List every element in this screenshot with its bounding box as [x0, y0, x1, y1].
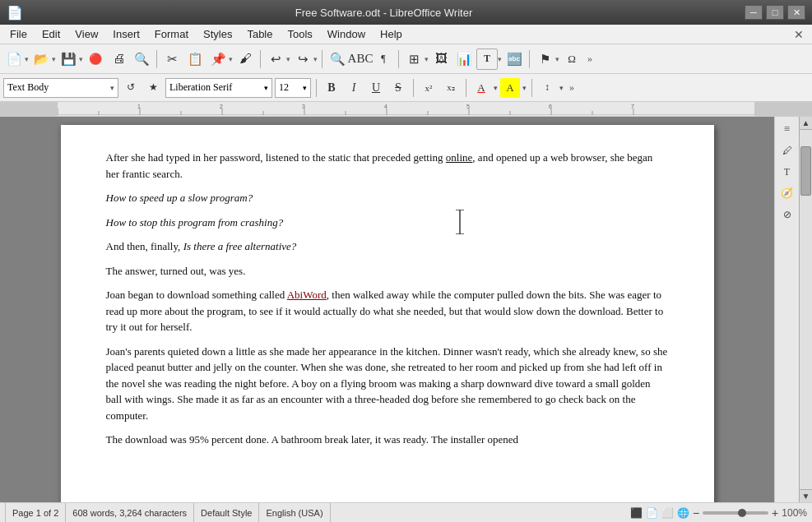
menu-edit[interactable]: Edit: [35, 26, 67, 42]
style-update-button[interactable]: ↺: [121, 78, 141, 98]
italic-phrase: Is there a free alternative?: [183, 240, 297, 252]
export-pdf-button[interactable]: 🔴: [85, 49, 106, 70]
scroll-up-button[interactable]: ▲: [800, 117, 812, 130]
scroll-track[interactable]: [800, 130, 812, 489]
svg-text:4: 4: [384, 104, 387, 109]
paragraph-spacing-button[interactable]: ↕: [537, 78, 557, 98]
scroll-down-button[interactable]: ▼: [800, 489, 812, 502]
paste-button[interactable]: 📌: [207, 49, 229, 70]
undo-dropdown-arrow[interactable]: ▾: [286, 55, 290, 63]
sidebar-styles-icon[interactable]: 🖊: [778, 141, 796, 159]
document-page[interactable]: After she had typed in her password, lis…: [61, 125, 714, 502]
menu-insert[interactable]: Insert: [106, 26, 146, 42]
font-color-dropdown[interactable]: ▾: [494, 84, 498, 92]
zoom-out-button[interactable]: −: [693, 506, 699, 520]
word-count: 608 words, 3,264 characters: [66, 503, 194, 522]
undo-button[interactable]: ↩: [265, 49, 286, 70]
menu-window[interactable]: Window: [321, 26, 372, 42]
minimize-button[interactable]: ─: [745, 5, 763, 20]
menu-styles[interactable]: Styles: [197, 26, 239, 42]
new-document-button[interactable]: 📄: [3, 49, 25, 70]
new-dropdown-arrow[interactable]: ▾: [25, 55, 29, 63]
save-dropdown-arrow[interactable]: ▾: [79, 55, 83, 63]
view-web-icon[interactable]: 🌐: [677, 507, 689, 519]
font-size-select[interactable]: 12 ▾: [275, 78, 311, 98]
style-dropdown-icon[interactable]: ▾: [110, 84, 114, 92]
zoom-level[interactable]: 100%: [782, 507, 807, 519]
special-char-button[interactable]: Ω: [561, 49, 582, 70]
sidebar-properties-icon[interactable]: ≡: [778, 120, 796, 138]
fontwork-button[interactable]: 🔤: [503, 49, 525, 70]
new-style-button[interactable]: ★: [143, 78, 163, 98]
print-button[interactable]: 🖨: [108, 49, 129, 70]
insert-image-button[interactable]: 🖼: [430, 49, 452, 70]
strikethrough-button[interactable]: S: [388, 78, 408, 98]
cut-button[interactable]: ✂: [161, 49, 183, 70]
paragraph-style-select[interactable]: Text Body ▾: [3, 78, 118, 98]
superscript-button[interactable]: x²: [419, 78, 438, 98]
nonprinting-chars-button[interactable]: ¶: [373, 49, 394, 70]
sidebar-functions-icon[interactable]: ⊘: [778, 206, 796, 224]
font-name-select[interactable]: Liberation Serif ▾: [165, 78, 272, 98]
svg-text:3: 3: [302, 104, 305, 109]
vertical-scrollbar[interactable]: ▲ ▼: [799, 117, 812, 502]
redo-button[interactable]: ↪: [292, 49, 313, 70]
standard-selection-icon[interactable]: ⬛: [630, 507, 643, 519]
menu-view[interactable]: View: [68, 26, 104, 42]
text-dropdown-arrow[interactable]: ▾: [498, 55, 502, 63]
separator-f1: [316, 79, 317, 97]
menu-tools[interactable]: Tools: [281, 26, 318, 42]
zoom-thumb[interactable]: [738, 509, 746, 517]
font-dropdown-icon[interactable]: ▾: [264, 84, 268, 92]
document-area[interactable]: After she had typed in her password, lis…: [0, 117, 774, 502]
save-button[interactable]: 💾: [58, 49, 79, 70]
maximize-button[interactable]: □: [766, 5, 784, 20]
spellcheck-button[interactable]: ABC: [350, 49, 371, 70]
find-replace-button[interactable]: 🔍: [327, 49, 348, 70]
window-title: Free Software.odt - LibreOffice Writer: [23, 7, 745, 19]
bold-button[interactable]: B: [322, 78, 341, 98]
open-dropdown-arrow[interactable]: ▾: [52, 55, 56, 63]
menu-file[interactable]: File: [3, 26, 34, 42]
clone-format-button[interactable]: 🖌: [234, 49, 256, 70]
font-color-button[interactable]: A: [471, 78, 491, 98]
view-layout-icon[interactable]: 📄: [646, 507, 658, 519]
scroll-thumb[interactable]: [800, 146, 811, 196]
toolbar1-more-button[interactable]: »: [584, 51, 596, 67]
menu-bar: File Edit View Insert Format Styles Tabl…: [0, 25, 812, 44]
separator-f3: [466, 79, 466, 97]
zoom-slider: − +: [693, 506, 778, 520]
zoom-in-button[interactable]: +: [772, 506, 778, 520]
font-size-dropdown-icon[interactable]: ▾: [303, 84, 307, 92]
italic-button[interactable]: I: [344, 78, 364, 98]
menu-help[interactable]: Help: [374, 26, 409, 42]
highlight-dropdown[interactable]: ▾: [522, 84, 527, 92]
insert-chart-button[interactable]: 📊: [453, 49, 475, 70]
sidebar-gallery-icon[interactable]: T: [778, 163, 796, 181]
right-sidebar: ≡ 🖊 T 🧭 ⊘: [774, 117, 799, 502]
redo-dropdown-arrow[interactable]: ▾: [313, 55, 318, 63]
view-normal-icon[interactable]: ⬜: [661, 507, 674, 519]
paste-dropdown-arrow[interactable]: ▾: [229, 55, 233, 63]
window-controls: ─ □ ✕: [745, 5, 805, 20]
zoom-track[interactable]: [703, 511, 768, 515]
menu-close-button[interactable]: ✕: [789, 26, 809, 43]
close-button[interactable]: ✕: [787, 5, 805, 20]
insert-table-button[interactable]: ⊞: [403, 49, 425, 70]
underline-button[interactable]: U: [366, 78, 386, 98]
highlight-button[interactable]: A: [500, 78, 520, 98]
table-dropdown-arrow[interactable]: ▾: [425, 55, 429, 63]
field-dropdown-arrow[interactable]: ▾: [555, 55, 559, 63]
menu-table[interactable]: Table: [240, 26, 279, 42]
field-button[interactable]: ⚑: [534, 49, 555, 70]
insert-text-button[interactable]: T: [476, 49, 498, 70]
subscript-button[interactable]: x₂: [441, 78, 461, 98]
menu-format[interactable]: Format: [148, 26, 195, 42]
para-spacing-dropdown[interactable]: ▾: [559, 84, 564, 92]
open-button[interactable]: 📂: [30, 49, 52, 70]
print-preview-button[interactable]: 🔍: [131, 49, 152, 70]
save-button-group: 💾 ▾: [58, 49, 83, 70]
sidebar-navigator-icon[interactable]: 🧭: [778, 184, 796, 202]
copy-button[interactable]: 📋: [184, 49, 206, 70]
toolbar2-more-button[interactable]: »: [566, 80, 578, 95]
